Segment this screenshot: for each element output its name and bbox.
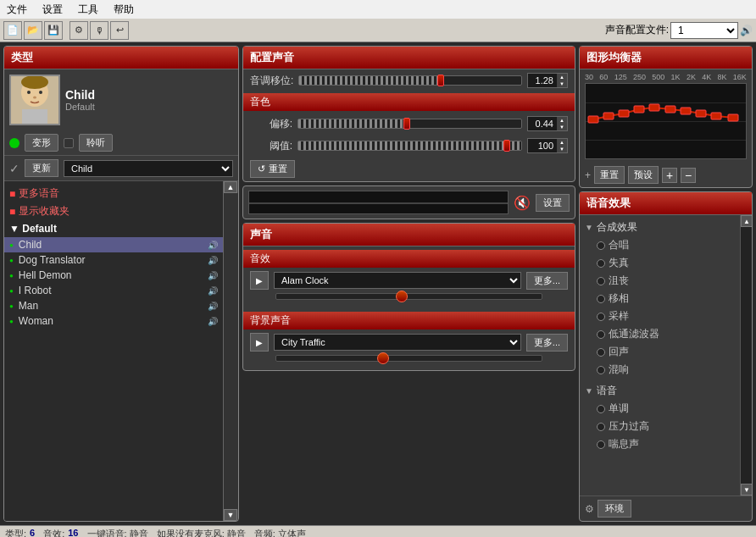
svg-rect-14 bbox=[665, 106, 675, 113]
threshold-spinners[interactable]: ▲ ▼ bbox=[557, 139, 567, 152]
sound-panel: 声音 音效 ▶ Alam Clock 更多... bbox=[242, 223, 575, 371]
toolbar-record[interactable]: 🎙 bbox=[90, 21, 108, 40]
volume-icon-robot: 🔊 bbox=[208, 286, 218, 296]
voice-group: ▼ 语音 单调 压力过高 喘息声 bbox=[585, 382, 735, 453]
sfx-slider[interactable] bbox=[275, 293, 542, 300]
pitch-label: 音调移位: bbox=[250, 74, 293, 88]
offset-up[interactable]: ▲ bbox=[557, 117, 567, 124]
pitch-value: 1.28 bbox=[528, 75, 557, 86]
menu-file[interactable]: 文件 bbox=[3, 3, 31, 17]
update-button[interactable]: 更新 bbox=[25, 159, 58, 177]
left-panel-title: 类型 bbox=[4, 47, 238, 69]
sfx-slider-thumb[interactable] bbox=[396, 291, 408, 302]
pitch-up[interactable]: ▲ bbox=[557, 74, 567, 80]
bg-select[interactable]: City Traffic bbox=[274, 334, 521, 351]
offset-value-box: 0.44 ▲ ▼ bbox=[527, 116, 568, 131]
effect-overpressure[interactable]: 压力过高 bbox=[585, 418, 735, 435]
bg-slider-thumb[interactable] bbox=[377, 352, 389, 364]
sfx-play-button[interactable]: ▶ bbox=[250, 271, 269, 290]
voice-item-robot[interactable]: ● I Robot 🔊 bbox=[4, 283, 223, 298]
eq-reset-button[interactable]: 重置 bbox=[594, 166, 625, 184]
bg-slider[interactable] bbox=[275, 355, 542, 362]
effect-distort[interactable]: 失真 bbox=[585, 254, 735, 272]
synthesis-header[interactable]: ▼ 合成效果 bbox=[585, 219, 735, 236]
more-voices-item[interactable]: ■ 更多语音 bbox=[4, 185, 223, 202]
config-reset-button[interactable]: ↺ 重置 bbox=[250, 160, 295, 178]
effect-sample[interactable]: 采样 bbox=[585, 307, 735, 325]
toolbar-undo[interactable]: ↩ bbox=[110, 21, 129, 40]
effect-depress[interactable]: 沮丧 bbox=[585, 272, 735, 290]
avatar bbox=[9, 75, 60, 125]
radio-phase bbox=[597, 295, 605, 303]
offset-slider-track[interactable] bbox=[297, 119, 522, 129]
tree-scroll-up[interactable]: ▲ bbox=[224, 181, 237, 193]
effect-lowpass[interactable]: 低通滤波器 bbox=[585, 325, 735, 343]
env-button[interactable]: 环境 bbox=[598, 500, 631, 518]
voice-item-woman[interactable]: ● Woman 🔊 bbox=[4, 313, 223, 329]
voice-item-man[interactable]: ● Man 🔊 bbox=[4, 298, 223, 313]
voice-type-select[interactable]: Child bbox=[64, 160, 233, 177]
effect-whisper[interactable]: 喘息声 bbox=[585, 435, 735, 453]
eq-controls: + 重置 预设 + − bbox=[580, 163, 752, 187]
offset-spinners[interactable]: ▲ ▼ bbox=[557, 117, 567, 130]
middle-panel: 配置声音 音调移位: 1.28 ▲ ▼ 音色 bbox=[242, 46, 575, 522]
threshold-down[interactable]: ▼ bbox=[557, 146, 567, 152]
effect-reverb[interactable]: 混响 bbox=[585, 361, 735, 379]
type-controls: 变形 聆听 bbox=[4, 130, 238, 156]
threshold-label: 阈值: bbox=[250, 139, 292, 153]
eq-freq-labels: 30 60 125 250 500 1K 2K 4K 8K 16K bbox=[585, 73, 747, 81]
voice-config-select[interactable]: 1 bbox=[670, 22, 738, 39]
status-mic-label: 如果没有麦克风: 静音 bbox=[157, 528, 246, 537]
timbre-divider: 音色 bbox=[243, 93, 575, 111]
effects-scroll-down[interactable]: ▼ bbox=[741, 484, 752, 495]
eq-preset-button[interactable]: 预设 bbox=[628, 166, 659, 184]
sfx-more-button[interactable]: 更多... bbox=[526, 272, 568, 290]
effect-phase[interactable]: 移相 bbox=[585, 290, 735, 307]
pitch-spinners[interactable]: ▲ ▼ bbox=[557, 74, 567, 87]
effect-echo[interactable]: 回声 bbox=[585, 343, 735, 361]
effects-panel: 语音效果 ▼ 合成效果 合唱 bbox=[579, 191, 753, 522]
voice-item-child[interactable]: ● Child 🔊 bbox=[4, 237, 223, 252]
status-audio-label: 音频: 立体声 bbox=[254, 528, 306, 537]
menu-tools[interactable]: 工具 bbox=[75, 3, 102, 17]
threshold-slider-track[interactable] bbox=[297, 141, 522, 151]
pitch-row: 音调移位: 1.28 ▲ ▼ bbox=[243, 69, 575, 91]
show-favorites-item[interactable]: ■ 显示收藏夹 bbox=[4, 202, 223, 220]
status-hotkey-label: 一键语音: 静音 bbox=[87, 528, 148, 537]
toolbar-open[interactable]: 📂 bbox=[24, 21, 42, 40]
status-hotkey: 一键语音: 静音 bbox=[87, 528, 148, 537]
eq-freq-row: 30 60 125 250 500 1K 2K 4K 8K 16K bbox=[580, 69, 752, 81]
voice-item-hell[interactable]: ● Hell Demon 🔊 bbox=[4, 268, 223, 283]
effects-scroll-up[interactable]: ▲ bbox=[741, 215, 752, 227]
effect-monotone[interactable]: 单调 bbox=[585, 400, 735, 418]
eq-add-button[interactable]: + bbox=[662, 168, 677, 183]
listen-button[interactable]: 聆听 bbox=[79, 134, 113, 152]
pitch-down[interactable]: ▼ bbox=[557, 80, 567, 87]
toolbar-save[interactable]: 💾 bbox=[44, 21, 63, 40]
waveform-display bbox=[248, 191, 509, 214]
waveform-line bbox=[249, 202, 508, 204]
svg-point-5 bbox=[27, 91, 31, 94]
radio-depress bbox=[597, 277, 605, 285]
default-folder[interactable]: ▼ Default bbox=[4, 220, 223, 237]
voice-header[interactable]: ▼ 语音 bbox=[585, 382, 735, 400]
offset-down[interactable]: ▼ bbox=[557, 124, 567, 130]
sfx-section: 音效 ▶ Alam Clock 更多... bbox=[243, 246, 575, 308]
morph-button[interactable]: 变形 bbox=[25, 134, 58, 152]
waveform-settings-button[interactable]: 设置 bbox=[536, 194, 570, 212]
bg-more-button[interactable]: 更多... bbox=[526, 334, 568, 352]
status-sfx-value: 16 bbox=[68, 528, 78, 537]
tree-area: ■ 更多语音 ■ 显示收藏夹 ▼ Default ● Child 🔊 ● bbox=[4, 181, 223, 521]
voice-item-dog[interactable]: ● Dog Translator 🔊 bbox=[4, 252, 223, 268]
pitch-slider-track[interactable] bbox=[298, 75, 522, 86]
toolbar-settings[interactable]: ⚙ bbox=[69, 21, 88, 40]
tree-scroll-down[interactable]: ▼ bbox=[224, 509, 237, 521]
toolbar-new[interactable]: 📄 bbox=[3, 21, 22, 40]
bg-play-button[interactable]: ▶ bbox=[250, 333, 269, 352]
effect-chorus[interactable]: 合唱 bbox=[585, 236, 735, 254]
threshold-up[interactable]: ▲ bbox=[557, 139, 567, 146]
eq-minus-button[interactable]: − bbox=[681, 168, 696, 183]
sfx-select[interactable]: Alam Clock bbox=[274, 272, 521, 289]
menu-help[interactable]: 帮助 bbox=[110, 3, 137, 17]
menu-settings[interactable]: 设置 bbox=[39, 3, 66, 17]
